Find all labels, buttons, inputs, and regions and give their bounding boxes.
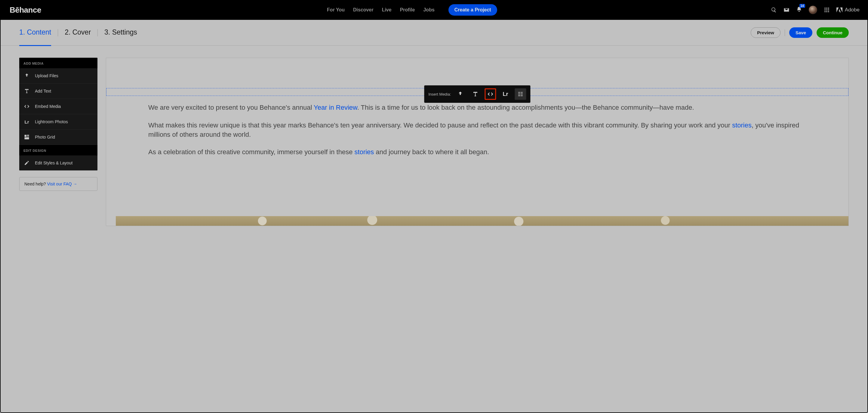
nav-icons: 14 Adobe [771, 6, 860, 14]
editor-actions: Preview Save Continue [751, 27, 849, 38]
apps-grid-icon[interactable] [824, 7, 830, 13]
sidebar-item-label: Add Text [35, 89, 51, 94]
link-year-in-review[interactable]: Year in Review [314, 104, 357, 111]
upload-icon [24, 72, 30, 79]
project-canvas[interactable]: Insert Media: Lr We are very excited to … [106, 58, 849, 226]
avatar[interactable] [809, 6, 817, 14]
photo-grid-icon [24, 134, 30, 140]
pencil-icon [24, 160, 30, 166]
sidebar-panel: ADD MEDIA Upload Files Add Text Embed Me… [19, 58, 97, 170]
top-nav: Bēhance For You Discover Live Profile Jo… [0, 0, 868, 20]
action-separator [785, 29, 785, 36]
help-box: Need help? Visit our FAQ → [19, 177, 97, 191]
insert-embed-button[interactable] [485, 88, 496, 100]
step-separator [58, 29, 58, 36]
step-settings[interactable]: 3. Settings [104, 28, 137, 37]
continue-button[interactable]: Continue [816, 27, 849, 38]
sidebar-item-label: Lightroom Photos [35, 119, 68, 124]
sidebar-item-lightroom[interactable]: Lr Lightroom Photos [19, 114, 97, 130]
article-text: We are very excited to present to you Be… [148, 104, 314, 111]
insert-text-button[interactable] [470, 88, 481, 100]
step-cover[interactable]: 2. Cover [65, 28, 91, 37]
help-prefix: Need help? [24, 182, 47, 186]
sidebar-item-label: Upload Files [35, 73, 58, 78]
embed-icon [24, 103, 30, 110]
step-content[interactable]: 1. Content [19, 28, 51, 37]
text-icon [24, 88, 30, 94]
adobe-link[interactable]: Adobe [836, 7, 860, 13]
sidebar-item-label: Photo Grid [35, 135, 55, 139]
nav-links: For You Discover Live Profile Jobs Creat… [327, 4, 497, 15]
editor-steps-header: 1. Content 2. Cover 3. Settings Preview … [0, 20, 868, 46]
nav-profile[interactable]: Profile [400, 7, 415, 12]
nav-live[interactable]: Live [382, 7, 392, 12]
link-stories-1[interactable]: stories [732, 121, 752, 129]
mail-icon[interactable] [783, 7, 789, 13]
sidebar-item-photogrid[interactable]: Photo Grid [19, 130, 97, 145]
sidebar-item-embed[interactable]: Embed Media [19, 99, 97, 114]
search-icon[interactable] [771, 7, 777, 13]
insert-media-label: Insert Media: [428, 92, 451, 96]
article-paragraph: As a celebration of this creative commun… [148, 148, 803, 157]
insert-upload-button[interactable] [455, 88, 466, 100]
editor-sidebar: ADD MEDIA Upload Files Add Text Embed Me… [19, 58, 97, 413]
preview-button[interactable]: Preview [751, 27, 780, 38]
article-text: and journey back to where it all began. [374, 148, 489, 156]
behance-logo[interactable]: Bēhance [10, 5, 41, 15]
adobe-label: Adobe [845, 7, 860, 13]
create-project-button[interactable]: Create a Project [448, 4, 497, 15]
notification-count-badge: 14 [799, 4, 805, 8]
step-separator [97, 29, 98, 36]
adobe-logo-icon [836, 7, 842, 12]
sidebar-header-edit-design: EDIT DESIGN [19, 145, 97, 155]
nav-jobs[interactable]: Jobs [423, 7, 434, 12]
insert-photogrid-button[interactable] [515, 88, 526, 100]
article-text: As a celebration of this creative commun… [148, 148, 354, 156]
lightroom-icon: Lr [24, 119, 30, 125]
help-faq-link[interactable]: Visit our FAQ → [47, 182, 77, 186]
insert-media-bar: Insert Media: Lr [424, 85, 530, 103]
steps-list: 1. Content 2. Cover 3. Settings [19, 28, 137, 37]
article-paragraph: What makes this review unique is that th… [148, 121, 803, 139]
article-body[interactable]: We are very excited to present to you Be… [148, 103, 803, 165]
notifications-button[interactable]: 14 [796, 6, 802, 13]
sidebar-item-text[interactable]: Add Text [19, 84, 97, 99]
decorative-image-strip [116, 216, 848, 226]
sidebar-item-upload[interactable]: Upload Files [19, 68, 97, 84]
sidebar-item-edit-styles[interactable]: Edit Styles & Layout [19, 155, 97, 170]
sidebar-item-label: Embed Media [35, 104, 61, 109]
save-button[interactable]: Save [789, 27, 812, 38]
canvas-wrap: Insert Media: Lr We are very excited to … [106, 58, 849, 413]
insert-lightroom-button[interactable]: Lr [500, 88, 511, 100]
nav-discover[interactable]: Discover [353, 7, 374, 12]
article-text: What makes this review unique is that th… [148, 121, 732, 129]
nav-for-you[interactable]: For You [327, 7, 345, 12]
sidebar-header-add-media: ADD MEDIA [19, 58, 97, 68]
link-stories-2[interactable]: stories [354, 148, 374, 156]
editor-main: ADD MEDIA Upload Files Add Text Embed Me… [0, 46, 868, 413]
article-text: . This is a time for us to look back on … [357, 104, 694, 111]
article-paragraph: We are very excited to present to you Be… [148, 103, 803, 113]
sidebar-item-label: Edit Styles & Layout [35, 160, 72, 165]
